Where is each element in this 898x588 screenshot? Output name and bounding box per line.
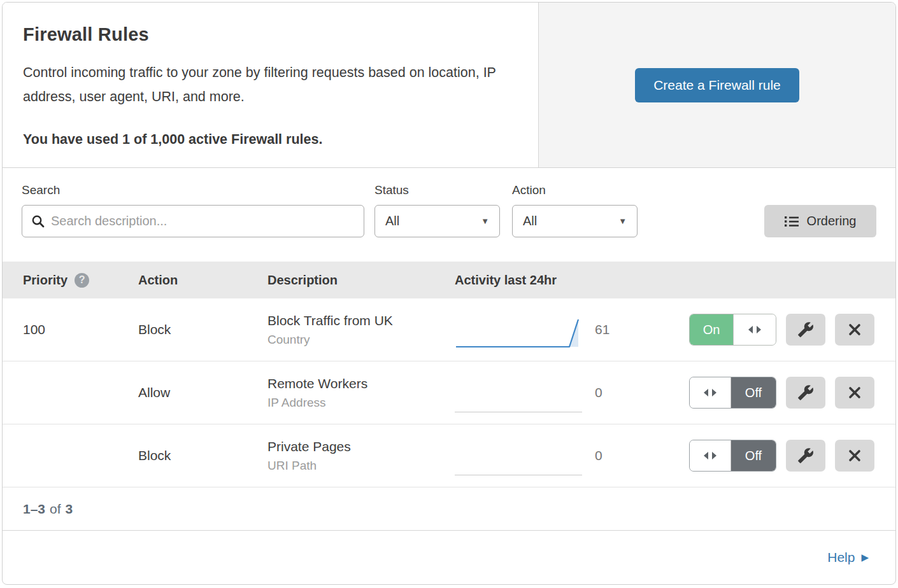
rule-action: Block bbox=[138, 322, 267, 337]
help-link-label: Help bbox=[827, 550, 855, 565]
rule-enabled-toggle[interactable]: On bbox=[689, 314, 776, 346]
header-text-block: Firewall Rules Control incoming traffic … bbox=[3, 3, 538, 167]
ordering-button[interactable]: Ordering bbox=[764, 205, 876, 237]
rule-match-type: IP Address bbox=[267, 396, 455, 410]
page-description: Control incoming traffic to your zone by… bbox=[23, 60, 513, 109]
status-selected-value: All bbox=[385, 214, 399, 228]
column-header-priority: Priority ? bbox=[23, 273, 138, 288]
activity-count: 61 bbox=[595, 322, 652, 337]
pagination-range: 1–3 bbox=[23, 501, 45, 517]
create-firewall-rule-button[interactable]: Create a Firewall rule bbox=[635, 68, 799, 102]
firewall-rules-card: Firewall Rules Control incoming traffic … bbox=[2, 2, 896, 585]
toggle-state-label: On bbox=[690, 314, 733, 345]
search-box bbox=[22, 205, 364, 237]
ordered-list-icon bbox=[785, 216, 799, 227]
rule-controls: Off bbox=[652, 377, 895, 409]
configure-rule-button[interactable] bbox=[786, 377, 825, 409]
search-group: Search bbox=[22, 183, 364, 237]
pagination-of: of bbox=[50, 501, 61, 517]
search-input[interactable] bbox=[51, 214, 355, 228]
rule-priority: 100 bbox=[23, 322, 138, 337]
filters-bar: Search Status All ▼ Action All bbox=[3, 168, 895, 262]
usage-note: You have used 1 of 1,000 active Firewall… bbox=[23, 132, 515, 148]
search-label: Search bbox=[22, 183, 364, 197]
wrench-icon bbox=[797, 321, 814, 338]
rule-description: Block Traffic from UK bbox=[267, 313, 455, 328]
rule-match-type: URI Path bbox=[267, 459, 455, 473]
arrow-right-icon: ▶ bbox=[861, 552, 869, 563]
status-select[interactable]: All ▼ bbox=[374, 205, 500, 237]
action-filter-group: Action All ▼ bbox=[512, 183, 638, 237]
rule-enabled-toggle[interactable]: Off bbox=[689, 440, 776, 472]
pagination-bar: 1–3 of 3 bbox=[3, 487, 895, 531]
column-header-description: Description bbox=[267, 273, 455, 288]
chevron-down-icon: ▼ bbox=[481, 216, 489, 226]
priority-header-label: Priority bbox=[23, 273, 68, 288]
pagination-total: 3 bbox=[66, 501, 73, 517]
toggle-handle-icon[interactable] bbox=[690, 377, 731, 408]
status-label: Status bbox=[374, 183, 500, 197]
table-row: Allow Remote Workers IP Address 0 Off bbox=[3, 361, 895, 424]
priority-help-icon[interactable]: ? bbox=[75, 273, 89, 288]
configure-rule-button[interactable] bbox=[786, 440, 825, 472]
activity-count: 0 bbox=[595, 448, 652, 463]
help-bar: Help ▶ bbox=[3, 531, 895, 584]
table-header-row: Priority ? Action Description Activity l… bbox=[3, 262, 895, 298]
rule-action: Allow bbox=[138, 385, 267, 400]
wrench-icon bbox=[797, 447, 814, 464]
action-select[interactable]: All ▼ bbox=[512, 205, 638, 237]
activity-sparkline bbox=[455, 361, 595, 424]
column-header-action: Action bbox=[138, 273, 267, 288]
ordering-button-label: Ordering bbox=[807, 214, 857, 228]
delete-rule-button[interactable] bbox=[835, 440, 874, 472]
table-row: Block Private Pages URI Path 0 Off bbox=[3, 424, 895, 487]
rule-match-type: Country bbox=[267, 333, 455, 347]
toggle-handle-icon[interactable] bbox=[690, 440, 731, 471]
toggle-state-label: Off bbox=[731, 440, 776, 471]
delete-rule-button[interactable] bbox=[835, 377, 874, 409]
activity-sparkline bbox=[455, 298, 595, 361]
wrench-icon bbox=[797, 384, 814, 401]
toggle-handle-icon[interactable] bbox=[733, 314, 776, 345]
configure-rule-button[interactable] bbox=[786, 314, 825, 346]
rule-description-cell: Block Traffic from UK Country bbox=[267, 313, 455, 347]
close-icon bbox=[848, 449, 862, 463]
rule-description-cell: Remote Workers IP Address bbox=[267, 376, 455, 410]
status-filter-group: Status All ▼ bbox=[374, 183, 500, 237]
activity-sparkline bbox=[455, 424, 595, 487]
search-icon bbox=[31, 214, 45, 228]
action-label: Action bbox=[512, 183, 638, 197]
rule-controls: Off bbox=[652, 440, 895, 472]
action-selected-value: All bbox=[523, 214, 537, 228]
header-action-panel: Create a Firewall rule bbox=[538, 3, 895, 167]
close-icon bbox=[848, 386, 862, 400]
page-title: Firewall Rules bbox=[23, 24, 515, 45]
column-header-activity: Activity last 24hr bbox=[455, 273, 595, 288]
activity-count: 0 bbox=[595, 385, 652, 400]
table-row: 100 Block Block Traffic from UK Country … bbox=[3, 298, 895, 361]
rule-description: Remote Workers bbox=[267, 376, 455, 391]
rule-description: Private Pages bbox=[267, 439, 455, 454]
rule-controls: On bbox=[652, 314, 895, 346]
close-icon bbox=[848, 323, 862, 337]
help-link[interactable]: Help ▶ bbox=[827, 550, 869, 565]
toggle-state-label: Off bbox=[731, 377, 776, 408]
rule-enabled-toggle[interactable]: Off bbox=[689, 377, 776, 409]
chevron-down-icon: ▼ bbox=[618, 216, 627, 226]
header-section: Firewall Rules Control incoming traffic … bbox=[3, 3, 895, 168]
rule-description-cell: Private Pages URI Path bbox=[267, 439, 455, 473]
rule-action: Block bbox=[138, 448, 267, 463]
delete-rule-button[interactable] bbox=[835, 314, 874, 346]
